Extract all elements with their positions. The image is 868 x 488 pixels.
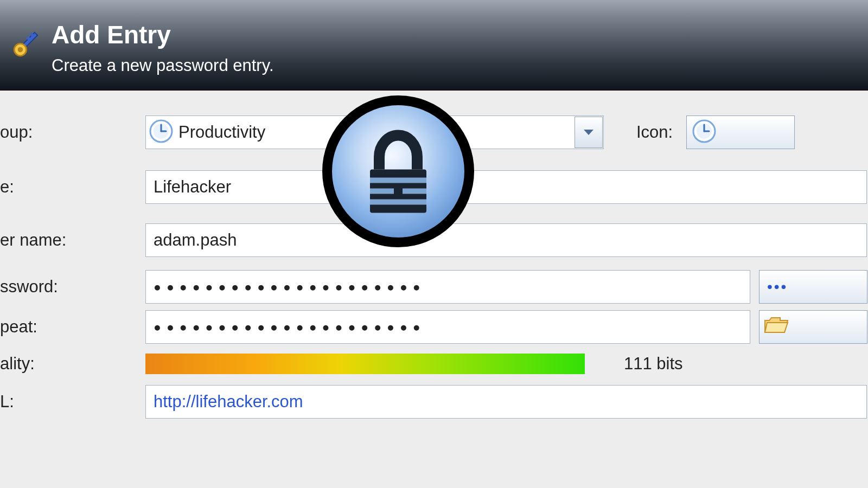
reveal-password-button[interactable]: ••• [759,270,867,304]
group-value: Productivity [178,123,265,142]
quality-label: ality: [0,354,145,374]
repeat-password-input[interactable] [145,310,750,344]
password-input[interactable] [145,270,750,304]
repeat-label: peat: [0,317,145,337]
url-input[interactable] [145,385,867,419]
folder-open-icon [764,314,789,341]
icon-picker-button[interactable] [686,115,795,149]
password-label: ssword: [0,277,145,297]
clock-icon [149,119,173,145]
quality-value: 111 bits [624,354,683,374]
url-label: L: [0,392,145,412]
clock-icon [692,119,716,145]
quality-meter [145,354,585,374]
generate-password-button[interactable] [759,310,867,344]
title-input[interactable] [145,170,867,204]
key-icon [5,28,46,62]
icon-label: Icon: [636,123,673,142]
dialog-title: Add Entry [52,20,274,49]
username-label: er name: [0,230,145,250]
dialog-subtitle: Create a new password entry. [52,56,274,75]
entry-form: oup: Productivity [0,91,868,488]
group-dropdown-button[interactable] [575,117,603,148]
chevron-down-icon [584,130,593,135]
username-input[interactable] [145,223,867,257]
dialog-header: Add Entry Create a new password entry. [0,0,868,91]
dots-icon: ••• [767,278,788,296]
group-label: oup: [0,123,145,142]
add-entry-dialog: Add Entry Create a new password entry. o… [0,0,868,488]
group-dropdown[interactable]: Productivity [145,115,604,149]
title-label: e: [0,177,145,197]
